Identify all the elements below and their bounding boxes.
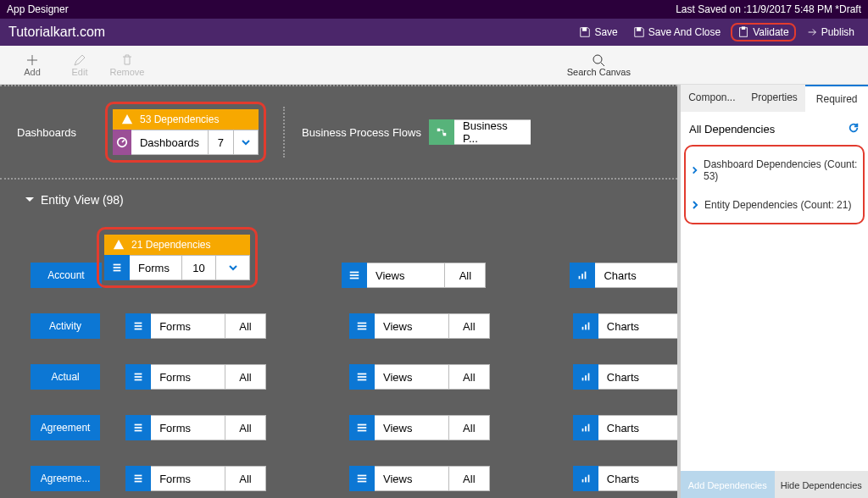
dashboards-card-expand[interactable] xyxy=(234,130,259,155)
svg-rect-34 xyxy=(587,374,589,381)
form-icon xyxy=(125,466,151,491)
edit-button[interactable]: Edit xyxy=(56,53,103,77)
forms-card-actual[interactable]: FormsAll xyxy=(125,364,266,390)
side-panel: Compon... Properties Required All Depend… xyxy=(677,85,868,498)
forms-card-agreeme[interactable]: FormsAll xyxy=(125,466,266,491)
svg-rect-15 xyxy=(582,274,584,279)
chart-icon xyxy=(573,364,598,390)
save-close-button[interactable]: Save And Close xyxy=(628,24,726,41)
svg-rect-9 xyxy=(114,267,121,268)
svg-rect-13 xyxy=(350,278,359,279)
chart-icon xyxy=(570,263,595,288)
add-dependencies-button: Add Dependencies xyxy=(681,471,775,498)
bpf-card[interactable]: Business P... xyxy=(429,119,531,145)
views-icon xyxy=(349,466,375,491)
save-button[interactable]: Save xyxy=(574,24,622,41)
forms-card-activity[interactable]: FormsAll xyxy=(125,313,266,339)
forms-alert-text: 21 Dependencies xyxy=(131,239,210,251)
add-button[interactable]: Add xyxy=(8,53,56,77)
subtitlebar: Tutorialkart.com Save Save And Close Val… xyxy=(0,19,868,46)
forms-card-expand[interactable] xyxy=(216,255,250,280)
views-card-name: Views xyxy=(367,263,445,288)
last-saved: Last Saved on :11/9/2017 5:48 PM *Draft xyxy=(676,3,861,15)
flow-icon xyxy=(429,119,454,145)
entity-view-title: Entity View (98) xyxy=(41,193,124,207)
forms-card-name: Forms xyxy=(130,255,182,280)
entity-actual[interactable]: Actual xyxy=(31,364,100,390)
validate-button[interactable]: Validate xyxy=(731,23,795,42)
entity-activity[interactable]: Activity xyxy=(31,313,100,339)
tab-properties[interactable]: Properties xyxy=(743,85,806,112)
hide-dependencies-button[interactable]: Hide Dependencies xyxy=(775,471,869,498)
search-icon xyxy=(592,53,605,67)
svg-rect-50 xyxy=(581,479,583,483)
charts-card-activity[interactable]: Charts xyxy=(573,313,677,339)
entity-agreeme[interactable]: Agreeme... xyxy=(31,466,100,491)
dashboards-section-label: Dashboards xyxy=(17,126,110,139)
views-card-agreeme[interactable]: ViewsAll xyxy=(349,466,490,491)
warning-icon xyxy=(121,113,133,125)
entity-agreement[interactable]: Agreement xyxy=(31,415,100,440)
save-label: Save xyxy=(594,26,617,38)
svg-rect-3 xyxy=(742,27,745,30)
tab-required[interactable]: Required xyxy=(805,85,868,112)
views-card-actual[interactable]: ViewsAll xyxy=(349,364,490,390)
publish-label: Publish xyxy=(821,26,854,38)
chevron-right-icon xyxy=(691,166,698,174)
clipboard-icon xyxy=(737,26,749,38)
svg-rect-0 xyxy=(583,28,587,31)
svg-rect-14 xyxy=(579,276,581,279)
forms-card-agreement[interactable]: FormsAll xyxy=(125,415,266,440)
dep-dashboard[interactable]: Dashboard Dependencies (Count: 53) xyxy=(686,150,863,191)
svg-rect-10 xyxy=(114,270,121,272)
svg-rect-30 xyxy=(358,376,367,378)
svg-rect-28 xyxy=(135,379,142,381)
trash-icon xyxy=(120,53,134,67)
svg-rect-49 xyxy=(358,481,367,483)
dep-entity[interactable]: Entity Dependencies (Count: 21) xyxy=(686,191,863,219)
publish-icon xyxy=(806,26,818,38)
svg-rect-29 xyxy=(358,374,367,375)
svg-rect-22 xyxy=(358,329,367,330)
entity-account[interactable]: Account xyxy=(31,263,102,288)
app-name: Tutorialkart.com xyxy=(8,25,105,40)
forms-alert[interactable]: 21 Dependencies xyxy=(104,235,250,255)
views-card-account[interactable]: Views All xyxy=(342,263,486,288)
forms-card-account[interactable]: Forms 10 xyxy=(104,255,250,280)
chart-icon xyxy=(573,415,598,440)
panel-title: All Dependencies xyxy=(689,123,775,136)
dep-dashboard-label: Dashboard Dependencies (Count: 53) xyxy=(704,158,858,182)
chevron-down-icon xyxy=(25,196,34,204)
panel-footer: Add Dependencies Hide Dependencies xyxy=(681,471,868,498)
charts-card-actual[interactable]: Charts xyxy=(573,364,677,390)
refresh-button[interactable] xyxy=(848,122,860,136)
remove-button[interactable]: Remove xyxy=(103,53,151,77)
svg-rect-27 xyxy=(135,376,142,378)
plus-icon xyxy=(25,53,39,67)
dep-entity-label: Entity Dependencies (Count: 21) xyxy=(704,199,851,211)
charts-card-agreeme[interactable]: Charts xyxy=(573,466,677,491)
tab-components[interactable]: Compon... xyxy=(681,85,743,112)
publish-button[interactable]: Publish xyxy=(801,24,860,41)
canvas: Dashboards 53 Dependencies Dashboards 7 xyxy=(0,85,677,498)
entity-view-header[interactable]: Entity View (98) xyxy=(0,180,677,220)
dashboards-card[interactable]: Dashboards 7 xyxy=(113,130,259,155)
svg-rect-23 xyxy=(581,327,583,330)
svg-rect-47 xyxy=(358,475,367,477)
search-canvas-button[interactable]: Search Canvas xyxy=(567,53,631,77)
dashboards-alert[interactable]: 53 Dependencies xyxy=(113,109,259,130)
svg-rect-52 xyxy=(587,475,589,483)
charts-card-name: Charts xyxy=(595,263,677,288)
search-label: Search Canvas xyxy=(567,67,631,77)
charts-card-account[interactable]: Charts xyxy=(570,263,677,288)
views-card-activity[interactable]: ViewsAll xyxy=(349,313,490,339)
save-icon xyxy=(579,26,591,38)
charts-card-agreement[interactable]: Charts xyxy=(573,415,677,440)
svg-rect-40 xyxy=(358,430,367,432)
svg-rect-8 xyxy=(114,264,121,266)
views-card-agreement[interactable]: ViewsAll xyxy=(349,415,490,440)
dependencies-highlight: Dashboard Dependencies (Count: 53) Entit… xyxy=(684,145,865,224)
svg-rect-25 xyxy=(587,323,589,330)
views-icon xyxy=(349,415,375,440)
svg-rect-36 xyxy=(135,427,142,429)
